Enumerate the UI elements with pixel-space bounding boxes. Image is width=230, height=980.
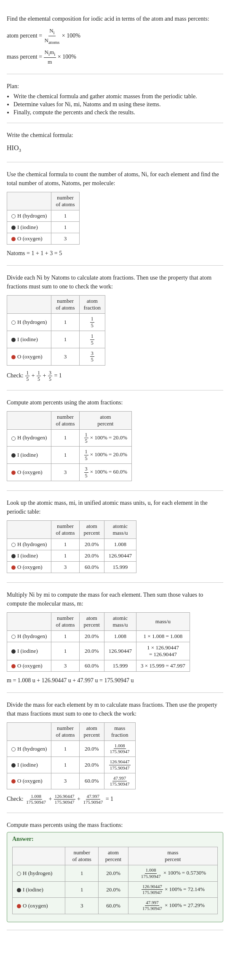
table-row: O (oxygen) 3 60.0% 47.997175.90947 × 100… [13, 898, 218, 914]
dot-h [11, 543, 16, 547]
count-col-atoms: numberof atoms [51, 192, 79, 210]
i-percent: 20.0% [79, 550, 104, 561]
mf-col-fraction: massfraction [104, 722, 135, 740]
ap-col-percent: atompercent [79, 411, 132, 429]
o-percent: 35 × 100% = 60.0% [79, 464, 132, 481]
count-col-element [7, 192, 51, 210]
dot-o [17, 904, 21, 908]
af-col-fraction: atomfraction [79, 296, 105, 314]
i-mass: 126.90447 [104, 550, 136, 561]
h-mass-percent: 1.008175.90947 × 100% = 0.5730% [128, 865, 217, 881]
i-atoms: 1 [51, 550, 79, 561]
dot-o [11, 471, 16, 475]
table-row: H (hydrogen) 1 15 × 100% = 20.0% [7, 429, 132, 447]
mass-fraction-description: Divide the mass for each element by m to… [7, 700, 223, 718]
atomic-mass-description: Look up the atomic mass, mi, in unified … [7, 498, 223, 516]
o-atoms: 3 [51, 773, 79, 789]
atomic-mass-table: numberof atoms atompercent atomicmass/u … [7, 520, 136, 573]
h-atomic-mass: 1.008 [104, 630, 136, 642]
dot-i [11, 649, 16, 654]
i-mass-fraction: 126.90447175.90947 [104, 757, 135, 773]
dot-i [11, 453, 16, 458]
o-percent: 60.0% [79, 773, 104, 789]
element-i: I (iodine) [7, 447, 51, 464]
h-percent: 20.0% [79, 538, 104, 550]
mass-percent-final-table: numberof atoms atompercent masspercent H… [12, 847, 218, 914]
dot-o [11, 779, 16, 783]
i-atoms: 1 [65, 881, 99, 897]
dot-h [11, 214, 16, 218]
mm-col-mass: mass/u [136, 612, 190, 630]
i-atoms: 1 [51, 331, 79, 348]
atom-fraction-section: Divide each Ni by Natoms to calculate at… [7, 266, 223, 390]
table-row: H (hydrogen) 1 20.0% 1.008175.90947 [7, 740, 136, 757]
h-atoms: 1 [51, 630, 79, 642]
am-col-mass: atomicmass/u [104, 520, 136, 538]
dot-h [11, 436, 16, 441]
element-i: I (iodine) [7, 642, 51, 660]
molecular-mass-table: numberof atoms atompercent atomicmass/u … [7, 612, 190, 672]
answer-box: Answer: numberof atoms atompercent massp… [7, 832, 223, 922]
mpf-col-element [13, 847, 65, 865]
plan-label: Plan: [7, 82, 223, 91]
i-mass-percent: 126.90447175.90947 × 100% = 72.14% [128, 881, 217, 897]
element-o: O (oxygen) [7, 464, 51, 481]
af-col-element [7, 296, 51, 314]
mass-percent-final-section: Compute mass percents using the mass fra… [7, 813, 223, 930]
element-h: H (hydrogen) [7, 538, 51, 550]
table-row: O (oxygen) 3 35 × 100% = 60.0% [7, 464, 132, 481]
o-mass: 3 × 15.999 = 47.997 [136, 660, 190, 671]
table-row: O (oxygen) 3 [7, 233, 80, 245]
plan-section: Plan: Write the chemical formula and gat… [7, 74, 223, 123]
element-i: I (iodine) [7, 550, 51, 561]
count-description: Use the chemical formula to count the nu… [7, 170, 223, 188]
atom-fraction-table: numberof atoms atomfraction H (hydrogen)… [7, 295, 105, 365]
dot-o [11, 237, 16, 241]
molecular-mass-description: Multiply Ni by mi to compute the mass fo… [7, 590, 223, 608]
ap-col-element [7, 411, 51, 429]
intro-section: Find the elemental composition for iodic… [7, 7, 223, 74]
element-i: I (iodine) [7, 222, 51, 233]
mpf-col-mass-percent: masspercent [128, 847, 217, 865]
table-row: H (hydrogen) 1 20.0% 1.008 [7, 538, 136, 550]
dot-o [11, 664, 16, 668]
table-row: I (iodine) 1 15 × 100% = 20.0% [7, 447, 132, 464]
atom-fraction-description: Divide each Ni by Natoms to calculate at… [7, 273, 223, 291]
dot-h [11, 635, 16, 639]
o-atoms: 3 [65, 898, 99, 914]
i-mass: 1 × 126.90447= 126.90447 [136, 642, 190, 660]
i-percent: 20.0% [79, 757, 104, 773]
plan-list: Write the chemical formula and gather at… [13, 93, 223, 116]
o-atoms: 3 [51, 233, 79, 245]
element-o: O (oxygen) [7, 348, 51, 366]
o-atoms: 3 [51, 348, 79, 366]
i-atoms: 1 [51, 447, 79, 464]
dot-i [11, 763, 16, 767]
mm-col-percent: atompercent [79, 612, 104, 630]
plan-step-3: Finally, compute the percents and check … [13, 109, 223, 116]
h-percent: 15 × 100% = 20.0% [79, 429, 132, 447]
table-row: I (iodine) 1 20.0% 126.90447 1 × 126.904… [7, 642, 190, 660]
fraction-check: Check: 15 + 15 + 35 = 1 [7, 370, 223, 382]
h-mass: 1 × 1.008 = 1.008 [136, 630, 190, 642]
element-o: O (oxygen) [13, 898, 65, 914]
dot-i [11, 338, 16, 342]
table-row: H (hydrogen) 1 20.0% 1.008175.90947 × 10… [13, 865, 218, 881]
i-fraction: 15 [79, 331, 105, 348]
table-row: I (iodine) 1 15 [7, 331, 105, 348]
dot-i [11, 226, 16, 230]
answer-label: Answer: [12, 836, 218, 843]
o-mass-fraction: 47.997175.90947 [104, 773, 135, 789]
ap-col-atoms: numberof atoms [51, 411, 79, 429]
table-row: O (oxygen) 3 35 [7, 348, 105, 366]
atom-percent-table: numberof atoms atompercent H (hydrogen) … [7, 411, 132, 481]
element-h: H (hydrogen) [7, 630, 51, 642]
o-percent: 60.0% [79, 660, 104, 671]
h-fraction: 15 [79, 314, 105, 331]
h-mass: 1.008 [104, 538, 136, 550]
count-table: numberof atoms H (hydrogen) 1 I (iodine)… [7, 192, 80, 245]
element-i: I (iodine) [7, 331, 51, 348]
h-atoms: 1 [51, 429, 79, 447]
am-col-percent: atompercent [79, 520, 104, 538]
element-h: H (hydrogen) [7, 314, 51, 331]
